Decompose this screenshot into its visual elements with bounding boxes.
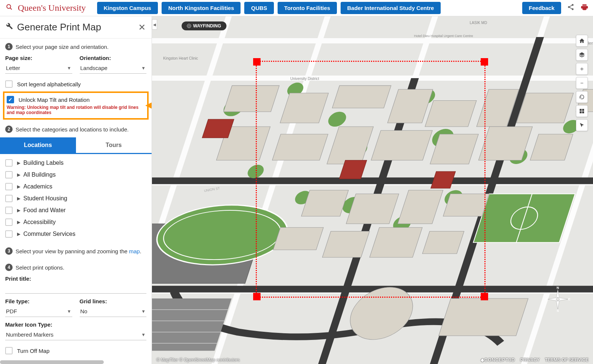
grid-lines-label: Grid lines:: [80, 298, 147, 304]
nav-bader[interactable]: Bader International Study Centre: [341, 2, 441, 14]
category-label: Academics: [23, 183, 52, 190]
svg-text:LASIK MD: LASIK MD: [470, 21, 487, 25]
chevron-right-icon: ▶: [17, 196, 20, 201]
file-type-value: PDF: [6, 308, 17, 314]
chevron-right-icon: ▶: [17, 160, 20, 166]
print-title-input[interactable]: [5, 283, 146, 294]
category-item[interactable]: ▶Accessibility: [0, 216, 152, 228]
category-checkbox[interactable]: [5, 195, 13, 202]
search-icon[interactable]: [4, 2, 14, 14]
svg-line-1: [10, 8, 12, 10]
chevron-down-icon: ▼: [141, 332, 146, 337]
category-label: Building Labels: [23, 160, 64, 166]
turn-off-map-label: Turn Off Map: [17, 348, 50, 354]
share-icon[interactable]: [567, 3, 574, 13]
svg-rect-60: [423, 231, 464, 254]
nav-qubs[interactable]: QUBS: [244, 2, 274, 14]
tab-locations[interactable]: Locations: [0, 137, 76, 153]
unlock-tilt-checkbox[interactable]: [7, 96, 14, 103]
step-num-3: 3: [5, 247, 13, 255]
step-2-text: Select the categories and locations to i…: [16, 126, 129, 133]
panel-title: Generate Print Map: [17, 21, 138, 33]
sort-legend-label: Sort legend alphabetically: [17, 81, 81, 87]
category-item[interactable]: ▶All Buildings: [0, 169, 152, 181]
chevron-right-icon: ▶: [17, 208, 20, 213]
map-footer: © MapTiler © OpenStreetMap contributors …: [152, 356, 593, 364]
svg-text:University District: University District: [290, 77, 319, 81]
sort-legend-checkbox[interactable]: [5, 80, 13, 88]
chevron-right-icon: ▶: [17, 220, 20, 225]
layers-icon[interactable]: [576, 49, 588, 61]
chevron-down-icon: ▼: [141, 66, 146, 71]
category-checkbox[interactable]: [5, 171, 13, 178]
concept3d-logo[interactable]: ◆CONCEPT3D: [481, 357, 515, 363]
file-type-select[interactable]: PDF ▼: [5, 306, 72, 317]
category-item[interactable]: ▶Commuter Services: [0, 228, 152, 240]
svg-text:Kingston Heart Clinic: Kingston Heart Clinic: [163, 56, 198, 60]
svg-rect-65: [439, 298, 529, 336]
turn-off-map-checkbox[interactable]: [5, 347, 13, 354]
cursor-icon[interactable]: [576, 119, 588, 131]
svg-rect-38: [223, 86, 279, 112]
category-checkbox[interactable]: [5, 218, 13, 226]
map-link[interactable]: map: [129, 248, 140, 254]
svg-text:N: N: [557, 286, 559, 290]
nav-north-kingston[interactable]: North Kingston Facilities: [162, 2, 241, 14]
svg-text:E: E: [568, 297, 570, 301]
chevron-right-icon: ▶: [17, 172, 20, 177]
category-item[interactable]: ▶Building Labels: [0, 157, 152, 169]
terms-link[interactable]: TERMS OF SERVICE: [545, 357, 589, 363]
close-icon[interactable]: ✕: [138, 22, 146, 33]
horizontal-scrollbar[interactable]: [0, 360, 104, 364]
step-num-1: 1: [5, 43, 13, 50]
category-checkbox[interactable]: [5, 230, 13, 238]
map-canvas[interactable]: Syden Kingston Heart Clinic Hotel Dieu H…: [152, 16, 593, 364]
wayfinding-button[interactable]: WAYFINDING: [182, 21, 226, 30]
svg-rect-49: [371, 130, 432, 160]
step-4-text: Select print options.: [16, 264, 64, 271]
nav-toronto[interactable]: Toronto Facilities: [278, 2, 337, 14]
category-item[interactable]: ▶Student Housing: [0, 193, 152, 204]
privacy-link[interactable]: PRIVACY: [520, 357, 540, 363]
feedback-button[interactable]: Feedback: [522, 2, 561, 14]
step-num-2: 2: [5, 126, 13, 133]
chevron-right-icon: ▶: [17, 184, 20, 189]
step-3-text: Select your view by panning and zooming …: [16, 248, 141, 254]
svg-rect-40: [332, 86, 391, 108]
orientation-label: Orientation:: [80, 55, 147, 61]
category-item[interactable]: ▶Food and Water: [0, 204, 152, 216]
sidebar-panel: Generate Print Map ✕ 1 Select your page …: [0, 16, 152, 364]
grid-view-icon[interactable]: [576, 105, 588, 117]
category-checkbox[interactable]: [5, 159, 13, 167]
header: Queen's University Kingston Campus North…: [0, 0, 593, 16]
category-checkbox[interactable]: [5, 183, 13, 190]
logo[interactable]: Queen's University: [18, 3, 86, 13]
grid-lines-select[interactable]: No ▼: [80, 306, 147, 317]
svg-point-0: [7, 4, 11, 9]
category-checkbox[interactable]: [5, 207, 13, 214]
zoom-out-icon[interactable]: －: [576, 77, 588, 89]
svg-point-2: [572, 4, 574, 6]
svg-text:Hotel Dieu Hospital Urgent Car: Hotel Dieu Hospital Urgent Care Centre: [414, 34, 473, 38]
chevron-right-icon: ▶: [17, 231, 20, 237]
turn-off-map-row: Turn Off Map: [0, 345, 152, 362]
category-item[interactable]: ▶Academics: [0, 181, 152, 193]
compass-icon[interactable]: N S W E: [545, 286, 571, 312]
page-size-select[interactable]: Letter ▼: [5, 63, 72, 74]
sort-legend-row: Sort legend alphabetically: [0, 78, 152, 90]
rotate-icon[interactable]: [576, 91, 588, 103]
svg-line-6: [570, 7, 572, 9]
home-icon[interactable]: [576, 35, 588, 47]
svg-rect-42: [425, 100, 477, 127]
marker-icon-select[interactable]: Numbered Markers ▼: [5, 329, 146, 340]
step-num-4: 4: [5, 264, 13, 271]
collapse-sidebar-icon[interactable]: ◀: [152, 19, 157, 30]
nav-kingston-campus[interactable]: Kingston Campus: [97, 2, 158, 14]
print-icon[interactable]: [580, 3, 589, 13]
chevron-down-icon: ▼: [67, 309, 72, 314]
zoom-in-icon[interactable]: ＋: [576, 63, 588, 75]
tab-tours[interactable]: Tours: [76, 137, 152, 153]
step-4: 4 Select print options.: [0, 259, 152, 275]
orientation-select[interactable]: Landscape ▼: [80, 63, 147, 74]
svg-rect-81: [580, 111, 582, 113]
